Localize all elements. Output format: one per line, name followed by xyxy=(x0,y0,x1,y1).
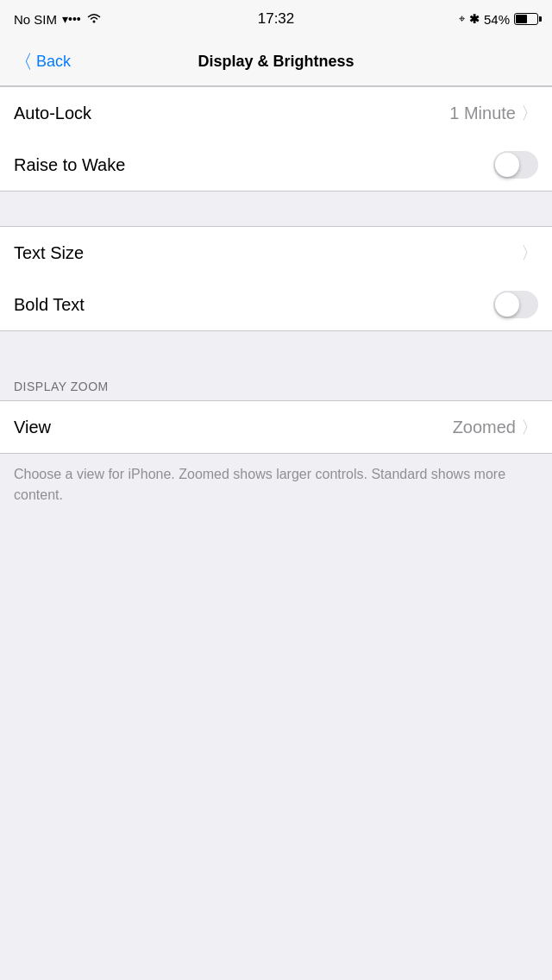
svg-point-0 xyxy=(92,21,95,23)
section-1: Auto-Lock 1 Minute 〉 Raise to Wake xyxy=(0,86,552,192)
raise-to-wake-toggle[interactable] xyxy=(493,151,538,179)
auto-lock-label: Auto-Lock xyxy=(14,104,91,123)
carrier-label: No SIM xyxy=(14,12,57,27)
raise-to-wake-toggle-knob xyxy=(495,153,519,177)
bold-text-label: Bold Text xyxy=(14,295,85,315)
section-3-rows: View Zoomed 〉 xyxy=(0,400,552,454)
view-right: Zoomed 〉 xyxy=(453,416,538,439)
back-label: Back xyxy=(36,53,71,71)
text-size-label: Text Size xyxy=(14,243,84,263)
section-3: DISPLAY ZOOM View Zoomed 〉 Choose a view… xyxy=(0,366,552,516)
section-gap-1 xyxy=(0,192,552,226)
battery-box xyxy=(514,13,538,25)
battery-fill xyxy=(516,15,527,23)
raise-to-wake-row: Raise to Wake xyxy=(0,139,552,191)
back-button[interactable]: 〈 Back xyxy=(14,53,71,72)
bold-text-row: Bold Text xyxy=(0,279,552,330)
status-time: 17:32 xyxy=(258,10,295,28)
status-bar: No SIM ▾••• 17:32 ⌖ ✱ 54% xyxy=(0,0,552,38)
section-1-rows: Auto-Lock 1 Minute 〉 Raise to Wake xyxy=(0,86,552,192)
nav-bar: 〈 Back Display & Brightness xyxy=(0,38,552,86)
battery-container xyxy=(514,13,538,25)
text-size-right: 〉 xyxy=(521,242,538,265)
auto-lock-value: 1 Minute xyxy=(449,104,516,123)
status-right: ⌖ ✱ 54% xyxy=(459,12,538,27)
view-label: View xyxy=(14,418,51,437)
auto-lock-chevron-icon: 〉 xyxy=(521,102,538,125)
auto-lock-right: 1 Minute 〉 xyxy=(449,102,538,125)
back-chevron-icon: 〈 xyxy=(14,53,33,72)
display-zoom-footer: Choose a view for iPhone. Zoomed shows l… xyxy=(0,454,552,516)
bold-text-toggle[interactable] xyxy=(493,291,538,318)
section-2: Text Size 〉 Bold Text xyxy=(0,226,552,331)
nav-title: Display & Brightness xyxy=(198,53,354,71)
wifi-icon: ▾••• xyxy=(62,12,81,26)
view-row[interactable]: View Zoomed 〉 xyxy=(0,401,552,453)
wifi-signal xyxy=(86,11,102,27)
bluetooth-icon: ✱ xyxy=(469,12,480,26)
view-value: Zoomed xyxy=(453,418,516,437)
section-gap-2 xyxy=(0,331,552,366)
location-icon: ⌖ xyxy=(459,12,465,26)
raise-to-wake-label: Raise to Wake xyxy=(14,155,125,175)
text-size-chevron-icon: 〉 xyxy=(521,242,538,265)
bold-text-toggle-knob xyxy=(495,292,519,317)
view-chevron-icon: 〉 xyxy=(521,416,538,439)
battery-percent: 54% xyxy=(484,12,510,27)
auto-lock-row[interactable]: Auto-Lock 1 Minute 〉 xyxy=(0,87,552,139)
status-left: No SIM ▾••• xyxy=(14,11,102,27)
display-zoom-header: DISPLAY ZOOM xyxy=(0,366,552,400)
section-2-rows: Text Size 〉 Bold Text xyxy=(0,226,552,331)
text-size-row[interactable]: Text Size 〉 xyxy=(0,227,552,279)
